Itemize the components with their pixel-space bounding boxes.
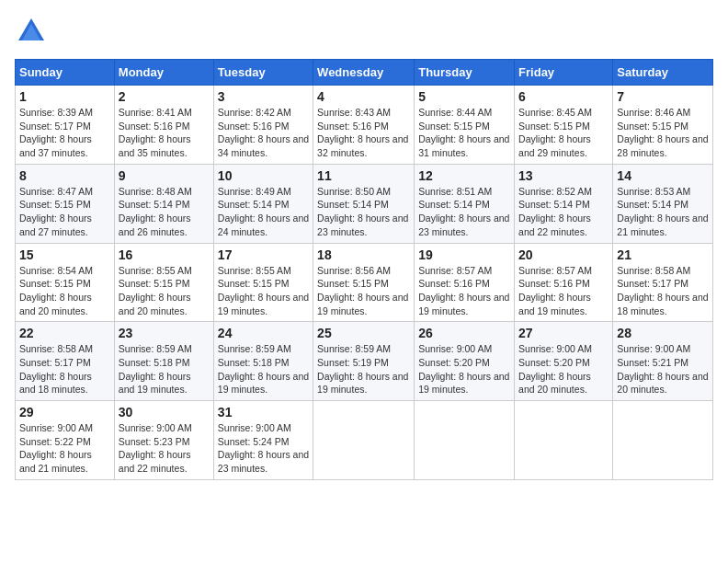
- day-number: 9: [119, 168, 210, 183]
- day-detail: Sunrise: 8:54 AM Sunset: 5:15 PM Dayligh…: [19, 265, 93, 316]
- day-cell: 14 Sunrise: 8:53 AM Sunset: 5:14 PM Dayl…: [613, 164, 713, 243]
- day-cell: 2 Sunrise: 8:41 AM Sunset: 5:16 PM Dayli…: [114, 86, 213, 165]
- day-number: 4: [317, 89, 410, 104]
- day-detail: Sunrise: 9:00 AM Sunset: 5:24 PM Dayligh…: [218, 422, 309, 474]
- week-row-5: 29 Sunrise: 9:00 AM Sunset: 5:22 PM Dayl…: [16, 401, 713, 480]
- header-cell-monday: Monday: [114, 60, 213, 86]
- logo-icon: [15, 15, 48, 48]
- day-number: 3: [218, 89, 309, 104]
- day-cell: 16 Sunrise: 8:55 AM Sunset: 5:15 PM Dayl…: [114, 243, 213, 322]
- day-cell: 17 Sunrise: 8:55 AM Sunset: 5:15 PM Dayl…: [213, 243, 313, 322]
- day-cell: 30 Sunrise: 9:00 AM Sunset: 5:23 PM Dayl…: [114, 401, 213, 480]
- day-detail: Sunrise: 8:58 AM Sunset: 5:17 PM Dayligh…: [19, 343, 93, 395]
- day-cell: [313, 401, 415, 480]
- day-detail: Sunrise: 8:57 AM Sunset: 5:16 PM Dayligh…: [418, 265, 509, 316]
- day-detail: Sunrise: 8:49 AM Sunset: 5:14 PM Dayligh…: [218, 186, 309, 237]
- day-cell: 19 Sunrise: 8:57 AM Sunset: 5:16 PM Dayl…: [415, 243, 515, 322]
- day-detail: Sunrise: 8:52 AM Sunset: 5:14 PM Dayligh…: [518, 186, 592, 237]
- day-number: 15: [19, 247, 110, 262]
- day-cell: 3 Sunrise: 8:42 AM Sunset: 5:16 PM Dayli…: [213, 86, 313, 165]
- day-detail: Sunrise: 8:59 AM Sunset: 5:18 PM Dayligh…: [218, 343, 309, 395]
- day-cell: [515, 401, 613, 480]
- day-number: 14: [617, 168, 709, 183]
- day-number: 18: [317, 247, 410, 262]
- day-detail: Sunrise: 8:51 AM Sunset: 5:14 PM Dayligh…: [418, 186, 509, 237]
- day-number: 27: [518, 326, 609, 340]
- day-detail: Sunrise: 8:45 AM Sunset: 5:15 PM Dayligh…: [518, 107, 592, 158]
- day-cell: 22 Sunrise: 8:58 AM Sunset: 5:17 PM Dayl…: [16, 322, 115, 401]
- day-detail: Sunrise: 8:56 AM Sunset: 5:15 PM Dayligh…: [317, 265, 408, 316]
- day-cell: 8 Sunrise: 8:47 AM Sunset: 5:15 PM Dayli…: [16, 164, 115, 243]
- day-number: 21: [617, 247, 709, 262]
- day-cell: 21 Sunrise: 8:58 AM Sunset: 5:17 PM Dayl…: [613, 243, 713, 322]
- day-number: 10: [218, 168, 309, 183]
- day-number: 16: [119, 247, 210, 262]
- day-cell: 4 Sunrise: 8:43 AM Sunset: 5:16 PM Dayli…: [313, 86, 415, 165]
- header-cell-saturday: Saturday: [613, 60, 713, 86]
- day-number: 19: [418, 247, 510, 262]
- week-row-3: 15 Sunrise: 8:54 AM Sunset: 5:15 PM Dayl…: [16, 243, 713, 322]
- header-cell-friday: Friday: [515, 60, 613, 86]
- day-detail: Sunrise: 8:44 AM Sunset: 5:15 PM Dayligh…: [418, 107, 509, 158]
- header-cell-wednesday: Wednesday: [313, 60, 415, 86]
- day-cell: 7 Sunrise: 8:46 AM Sunset: 5:15 PM Dayli…: [613, 86, 713, 165]
- day-cell: 31 Sunrise: 9:00 AM Sunset: 5:24 PM Dayl…: [213, 401, 313, 480]
- day-detail: Sunrise: 8:55 AM Sunset: 5:15 PM Dayligh…: [218, 265, 309, 316]
- day-cell: 18 Sunrise: 8:56 AM Sunset: 5:15 PM Dayl…: [313, 243, 415, 322]
- day-number: 6: [518, 89, 609, 104]
- day-number: 8: [19, 168, 110, 183]
- day-detail: Sunrise: 9:00 AM Sunset: 5:23 PM Dayligh…: [119, 422, 192, 474]
- day-detail: Sunrise: 8:59 AM Sunset: 5:19 PM Dayligh…: [317, 343, 408, 395]
- day-cell: 27 Sunrise: 9:00 AM Sunset: 5:20 PM Dayl…: [515, 322, 613, 401]
- day-detail: Sunrise: 8:48 AM Sunset: 5:14 PM Dayligh…: [119, 186, 192, 237]
- logo: [15, 15, 53, 48]
- day-detail: Sunrise: 8:47 AM Sunset: 5:15 PM Dayligh…: [19, 186, 93, 237]
- day-number: 2: [119, 89, 210, 104]
- day-number: 29: [19, 405, 110, 419]
- day-detail: Sunrise: 8:58 AM Sunset: 5:17 PM Dayligh…: [617, 265, 708, 316]
- day-cell: 12 Sunrise: 8:51 AM Sunset: 5:14 PM Dayl…: [415, 164, 515, 243]
- day-number: 7: [617, 89, 709, 104]
- calendar-table: SundayMondayTuesdayWednesdayThursdayFrid…: [15, 59, 713, 480]
- header-row: SundayMondayTuesdayWednesdayThursdayFrid…: [16, 60, 713, 86]
- day-number: 22: [19, 326, 110, 340]
- day-number: 5: [418, 89, 510, 104]
- day-cell: 5 Sunrise: 8:44 AM Sunset: 5:15 PM Dayli…: [415, 86, 515, 165]
- day-cell: 29 Sunrise: 9:00 AM Sunset: 5:22 PM Dayl…: [16, 401, 115, 480]
- day-cell: 26 Sunrise: 9:00 AM Sunset: 5:20 PM Dayl…: [415, 322, 515, 401]
- day-number: 12: [418, 168, 510, 183]
- day-number: 30: [119, 405, 210, 419]
- day-detail: Sunrise: 8:46 AM Sunset: 5:15 PM Dayligh…: [617, 107, 708, 158]
- day-detail: Sunrise: 8:41 AM Sunset: 5:16 PM Dayligh…: [119, 107, 192, 158]
- header-cell-sunday: Sunday: [16, 60, 115, 86]
- day-cell: 9 Sunrise: 8:48 AM Sunset: 5:14 PM Dayli…: [114, 164, 213, 243]
- day-number: 24: [218, 326, 309, 340]
- day-number: 31: [218, 405, 309, 419]
- day-detail: Sunrise: 8:50 AM Sunset: 5:14 PM Dayligh…: [317, 186, 408, 237]
- day-detail: Sunrise: 8:42 AM Sunset: 5:16 PM Dayligh…: [218, 107, 309, 158]
- day-cell: 10 Sunrise: 8:49 AM Sunset: 5:14 PM Dayl…: [213, 164, 313, 243]
- day-number: 23: [119, 326, 210, 340]
- day-number: 1: [19, 89, 110, 104]
- day-cell: 25 Sunrise: 8:59 AM Sunset: 5:19 PM Dayl…: [313, 322, 415, 401]
- day-number: 25: [317, 326, 410, 340]
- day-cell: [415, 401, 515, 480]
- day-cell: 6 Sunrise: 8:45 AM Sunset: 5:15 PM Dayli…: [515, 86, 613, 165]
- week-row-4: 22 Sunrise: 8:58 AM Sunset: 5:17 PM Dayl…: [16, 322, 713, 401]
- day-number: 11: [317, 168, 410, 183]
- day-detail: Sunrise: 8:59 AM Sunset: 5:18 PM Dayligh…: [119, 343, 192, 395]
- day-cell: [613, 401, 713, 480]
- header-cell-thursday: Thursday: [415, 60, 515, 86]
- header: [15, 15, 713, 48]
- day-cell: 20 Sunrise: 8:57 AM Sunset: 5:16 PM Dayl…: [515, 243, 613, 322]
- day-detail: Sunrise: 9:00 AM Sunset: 5:21 PM Dayligh…: [617, 343, 708, 395]
- header-cell-tuesday: Tuesday: [213, 60, 313, 86]
- day-cell: 23 Sunrise: 8:59 AM Sunset: 5:18 PM Dayl…: [114, 322, 213, 401]
- day-cell: 24 Sunrise: 8:59 AM Sunset: 5:18 PM Dayl…: [213, 322, 313, 401]
- day-detail: Sunrise: 9:00 AM Sunset: 5:20 PM Dayligh…: [418, 343, 509, 395]
- day-detail: Sunrise: 8:55 AM Sunset: 5:15 PM Dayligh…: [119, 265, 192, 316]
- week-row-1: 1 Sunrise: 8:39 AM Sunset: 5:17 PM Dayli…: [16, 86, 713, 165]
- day-detail: Sunrise: 8:43 AM Sunset: 5:16 PM Dayligh…: [317, 107, 408, 158]
- day-number: 28: [617, 326, 709, 340]
- day-number: 17: [218, 247, 309, 262]
